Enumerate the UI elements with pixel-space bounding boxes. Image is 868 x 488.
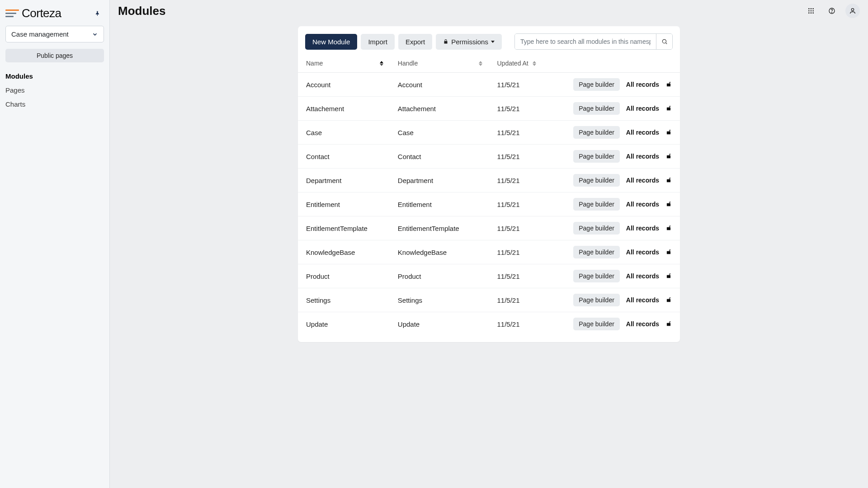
cell-handle: Department xyxy=(390,169,489,192)
row-permissions-button[interactable] xyxy=(665,249,672,256)
all-records-link[interactable]: All records xyxy=(626,129,659,136)
pin-icon xyxy=(94,10,101,17)
svg-point-3 xyxy=(808,10,810,12)
unlock-icon xyxy=(665,296,672,303)
row-permissions-button[interactable] xyxy=(665,320,672,328)
row-permissions-button[interactable] xyxy=(665,105,672,113)
topbar: Modules xyxy=(110,0,868,22)
table-row[interactable]: SettingsSettings11/5/21Page builderAll r… xyxy=(298,288,680,312)
app-logo[interactable]: Corteza xyxy=(5,6,61,20)
svg-point-4 xyxy=(811,10,812,12)
page-builder-button[interactable]: Page builder xyxy=(573,246,620,258)
all-records-link[interactable]: All records xyxy=(626,201,659,208)
button-label: Import xyxy=(368,38,387,46)
cell-updated: 11/5/21 xyxy=(489,264,542,288)
cell-updated: 11/5/21 xyxy=(489,240,542,264)
page-builder-button[interactable]: Page builder xyxy=(573,270,620,282)
sidebar-nav: Modules Pages Charts xyxy=(5,71,104,109)
col-header-updated[interactable]: Updated At xyxy=(489,55,542,73)
sidebar-item-modules[interactable]: Modules xyxy=(5,71,104,81)
page-builder-button[interactable]: Page builder xyxy=(573,198,620,211)
page-builder-button[interactable]: Page builder xyxy=(573,174,620,187)
cell-handle: Entitlement xyxy=(390,192,489,216)
cell-name: Settings xyxy=(298,288,390,312)
all-records-link[interactable]: All records xyxy=(626,296,659,304)
sidebar-item-pages[interactable]: Pages xyxy=(5,85,104,95)
table-row[interactable]: UpdateUpdate11/5/21Page builderAll recor… xyxy=(298,312,680,336)
all-records-link[interactable]: All records xyxy=(626,272,659,280)
row-permissions-button[interactable] xyxy=(665,272,672,280)
cell-name: Update xyxy=(298,312,390,336)
svg-point-1 xyxy=(811,8,812,9)
svg-point-2 xyxy=(812,8,814,9)
new-module-button[interactable]: New Module xyxy=(305,34,357,50)
modules-table: Name Handle Updated At xyxy=(298,55,680,336)
row-permissions-button[interactable] xyxy=(665,177,672,184)
unlock-icon xyxy=(665,201,672,207)
user-menu-button[interactable] xyxy=(845,4,860,18)
all-records-link[interactable]: All records xyxy=(626,153,659,160)
unlock-icon xyxy=(665,129,672,135)
table-row[interactable]: EntitlementEntitlement11/5/21Page builde… xyxy=(298,192,680,216)
all-records-link[interactable]: All records xyxy=(626,249,659,256)
svg-point-11 xyxy=(851,9,854,11)
sort-icon xyxy=(533,61,536,66)
page-builder-button[interactable]: Page builder xyxy=(573,78,620,91)
pin-sidebar-button[interactable] xyxy=(91,7,104,20)
namespace-select[interactable]: Case management xyxy=(5,26,104,42)
table-row[interactable]: DepartmentDepartment11/5/21Page builderA… xyxy=(298,169,680,192)
page-builder-button[interactable]: Page builder xyxy=(573,294,620,306)
cell-name: Case xyxy=(298,121,390,145)
cell-updated: 11/5/21 xyxy=(489,288,542,312)
sidebar-item-label: Modules xyxy=(5,72,33,80)
unlock-icon xyxy=(665,81,672,87)
table-row[interactable]: CaseCase11/5/21Page builderAll records xyxy=(298,121,680,145)
row-permissions-button[interactable] xyxy=(665,201,672,208)
page-title: Modules xyxy=(118,4,165,18)
all-records-link[interactable]: All records xyxy=(626,320,659,328)
row-permissions-button[interactable] xyxy=(665,129,672,136)
cell-handle: Account xyxy=(390,73,489,97)
help-icon xyxy=(828,7,835,14)
table-row[interactable]: ContactContact11/5/21Page builderAll rec… xyxy=(298,145,680,169)
col-header-name[interactable]: Name xyxy=(298,55,390,73)
all-records-link[interactable]: All records xyxy=(626,225,659,232)
svg-point-0 xyxy=(808,8,810,9)
search-button[interactable] xyxy=(656,34,672,49)
row-permissions-button[interactable] xyxy=(665,81,672,89)
logo-mark-icon xyxy=(5,7,19,20)
table-row[interactable]: AccountAccount11/5/21Page builderAll rec… xyxy=(298,73,680,97)
table-row[interactable]: KnowledgeBaseKnowledgeBase11/5/21Page bu… xyxy=(298,240,680,264)
page-builder-button[interactable]: Page builder xyxy=(573,318,620,330)
row-permissions-button[interactable] xyxy=(665,153,672,160)
all-records-link[interactable]: All records xyxy=(626,105,659,112)
all-records-link[interactable]: All records xyxy=(626,177,659,184)
table-row[interactable]: ProductProduct11/5/21Page builderAll rec… xyxy=(298,264,680,288)
col-header-handle[interactable]: Handle xyxy=(390,55,489,73)
table-row[interactable]: AttachementAttachement11/5/21Page builde… xyxy=(298,97,680,121)
all-records-link[interactable]: All records xyxy=(626,81,659,88)
button-label: Permissions xyxy=(451,38,488,46)
export-button[interactable]: Export xyxy=(398,34,432,50)
cell-name: Attachement xyxy=(298,97,390,121)
page-builder-button[interactable]: Page builder xyxy=(573,222,620,235)
page-builder-button[interactable]: Page builder xyxy=(573,102,620,115)
sidebar-item-charts[interactable]: Charts xyxy=(5,99,104,109)
page-builder-button[interactable]: Page builder xyxy=(573,150,620,163)
import-button[interactable]: Import xyxy=(361,34,395,50)
row-permissions-button[interactable] xyxy=(665,296,672,304)
user-icon xyxy=(849,7,856,14)
row-permissions-button[interactable] xyxy=(665,225,672,232)
table-row[interactable]: EntitlementTemplateEntitlementTemplate11… xyxy=(298,216,680,240)
cell-updated: 11/5/21 xyxy=(489,216,542,240)
sidebar-item-label: Pages xyxy=(5,86,25,94)
permissions-button[interactable]: Permissions xyxy=(436,34,502,50)
modules-card: New Module Import Export Permissions xyxy=(298,26,680,342)
help-button[interactable] xyxy=(825,4,839,18)
cell-updated: 11/5/21 xyxy=(489,312,542,336)
apps-button[interactable] xyxy=(804,4,818,18)
lock-icon xyxy=(443,39,448,44)
page-builder-button[interactable]: Page builder xyxy=(573,126,620,139)
search-input[interactable] xyxy=(515,34,656,49)
public-pages-button[interactable]: Public pages xyxy=(5,49,104,62)
